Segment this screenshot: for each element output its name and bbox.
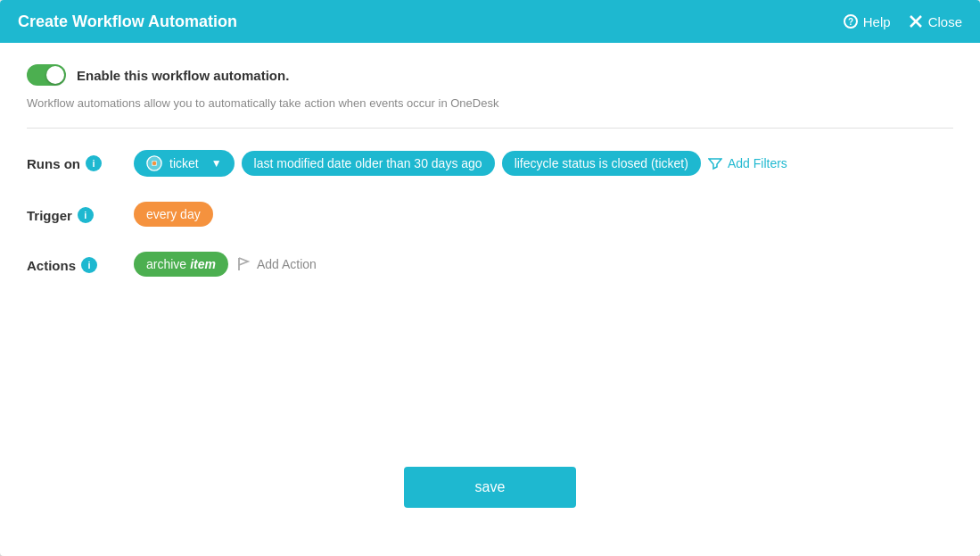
add-action-label: Add Action: [257, 257, 317, 271]
trigger-info-icon[interactable]: i: [78, 207, 94, 223]
enable-row: Enable this workflow automation.: [27, 64, 953, 86]
ticket-icon: [146, 155, 162, 171]
runs-on-section: Runs on i ticket ▼ last modified date ol…: [27, 150, 953, 177]
workflow-description: Workflow automations allow you to automa…: [27, 96, 953, 110]
modal-title: Create Workflow Automation: [18, 12, 237, 31]
save-button[interactable]: save: [404, 467, 577, 508]
action-verb: archive: [146, 257, 186, 271]
header-actions: ? Help Close: [844, 14, 962, 29]
toggle-knob: [46, 66, 64, 84]
runs-on-info-icon[interactable]: i: [86, 155, 102, 171]
close-button[interactable]: Close: [909, 14, 962, 29]
svg-text:?: ?: [848, 17, 853, 27]
modal-header: Create Workflow Automation ? Help Close: [0, 0, 980, 43]
trigger-section: Trigger i every day: [27, 202, 953, 227]
filter-icon: [708, 156, 722, 170]
runs-on-label: Runs on i: [27, 150, 134, 171]
close-icon: [909, 14, 923, 29]
flag-icon: [235, 256, 251, 272]
add-filters-button[interactable]: Add Filters: [708, 153, 787, 174]
help-label: Help: [863, 14, 891, 29]
close-label: Close: [928, 14, 962, 29]
modal-container: Create Workflow Automation ? Help Close: [0, 0, 980, 556]
filter2-pill[interactable]: lifecycle status is closed (ticket): [502, 151, 701, 176]
action-object: item: [190, 257, 216, 271]
actions-section: Actions i archive item Add Action: [27, 252, 953, 277]
ticket-dropdown[interactable]: ticket ▼: [134, 150, 235, 177]
actions-label: Actions i: [27, 252, 134, 273]
trigger-content: every day: [134, 202, 953, 227]
enable-toggle[interactable]: [27, 64, 66, 86]
modal-body: Enable this workflow automation. Workflo…: [0, 43, 980, 556]
actions-info-icon[interactable]: i: [81, 257, 97, 273]
filter1-pill[interactable]: last modified date older than 30 days ag…: [242, 151, 495, 176]
svg-point-5: [152, 162, 157, 166]
dropdown-arrow-icon: ▼: [211, 157, 222, 170]
trigger-label: Trigger i: [27, 202, 134, 223]
help-icon: ?: [844, 14, 858, 29]
save-area: save: [27, 449, 953, 535]
runs-on-content: ticket ▼ last modified date older than 3…: [134, 150, 953, 177]
ticket-label: ticket: [169, 156, 199, 170]
enable-label: Enable this workflow automation.: [77, 68, 289, 83]
action-pill[interactable]: archive item: [134, 252, 228, 277]
trigger-pill[interactable]: every day: [134, 202, 213, 227]
add-filters-label: Add Filters: [728, 156, 787, 170]
add-action-button[interactable]: Add Action: [235, 253, 317, 276]
actions-content: archive item Add Action: [134, 252, 953, 277]
help-button[interactable]: ? Help: [844, 14, 891, 29]
divider: [27, 128, 953, 129]
